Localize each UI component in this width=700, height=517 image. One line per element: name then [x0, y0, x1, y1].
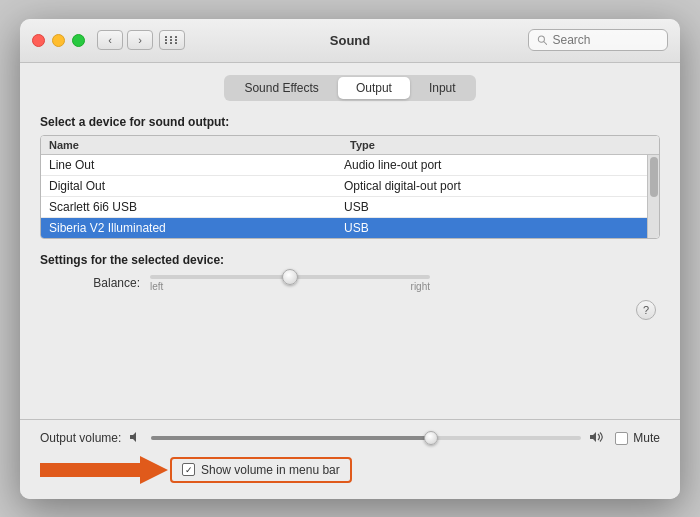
balance-slider-container: left right	[150, 275, 430, 292]
device-section-label: Select a device for sound output:	[40, 115, 660, 129]
volume-fill	[151, 436, 430, 440]
tab-output[interactable]: Output	[338, 77, 410, 99]
search-box[interactable]	[528, 29, 668, 51]
volume-row: Output volume:	[40, 430, 660, 447]
tab-sound-effects[interactable]: Sound Effects	[226, 77, 337, 99]
output-volume-label: Output volume:	[40, 431, 121, 445]
table-rows: Line Out Audio line-out port Digital Out…	[41, 155, 647, 238]
volume-high-icon	[589, 430, 607, 447]
svg-marker-2	[130, 432, 136, 442]
scrollbar-thumb	[650, 157, 658, 197]
bottom-content: Output volume:	[40, 430, 660, 489]
device-type: USB	[344, 200, 639, 214]
svg-point-0	[538, 36, 544, 42]
device-name: Line Out	[49, 158, 344, 172]
window-title: Sound	[330, 33, 370, 48]
show-volume-checkbox[interactable]: ✓	[182, 463, 195, 476]
tab-input[interactable]: Input	[411, 77, 474, 99]
device-type: Optical digital-out port	[344, 179, 639, 193]
right-label: right	[411, 281, 430, 292]
nav-buttons: ‹ ›	[97, 30, 153, 50]
svg-line-1	[544, 42, 547, 45]
traffic-lights	[32, 34, 85, 47]
close-button[interactable]	[32, 34, 45, 47]
balance-slider-thumb[interactable]	[282, 269, 298, 285]
name-header: Name	[49, 139, 350, 151]
tab-bar: Sound Effects Output Input	[40, 75, 660, 101]
balance-slider-track	[150, 275, 430, 279]
device-table: Name Type Line Out Audio line-out port D…	[40, 135, 660, 239]
mute-label: Mute	[633, 431, 660, 445]
settings-label: Settings for the selected device:	[40, 253, 660, 267]
svg-marker-4	[40, 456, 168, 484]
minimize-button[interactable]	[52, 34, 65, 47]
svg-marker-3	[590, 432, 596, 442]
table-row-selected[interactable]: Siberia V2 Illuminated USB	[41, 218, 647, 238]
help-section: ?	[40, 300, 660, 320]
table-row[interactable]: Digital Out Optical digital-out port	[41, 176, 647, 197]
table-scrollbar[interactable]	[647, 155, 659, 238]
table-row[interactable]: Line Out Audio line-out port	[41, 155, 647, 176]
device-name: Siberia V2 Illuminated	[49, 221, 344, 235]
orange-arrow-icon	[40, 451, 170, 489]
help-button[interactable]: ?	[636, 300, 656, 320]
show-volume-checkbox-wrap: ✓ Show volume in menu bar	[170, 457, 352, 483]
grid-button[interactable]	[159, 30, 185, 50]
volume-slider-track	[151, 436, 581, 440]
content-area: Sound Effects Output Input Select a devi…	[20, 63, 680, 419]
device-name: Scarlett 6i6 USB	[49, 200, 344, 214]
maximize-button[interactable]	[72, 34, 85, 47]
type-header: Type	[350, 139, 651, 151]
mute-checkbox-wrap: Mute	[615, 431, 660, 445]
device-name: Digital Out	[49, 179, 344, 193]
settings-section: Settings for the selected device: Balanc…	[40, 253, 660, 292]
back-button[interactable]: ‹	[97, 30, 123, 50]
search-icon	[537, 34, 547, 46]
balance-row: Balance: left right	[80, 275, 660, 292]
back-icon: ‹	[108, 34, 112, 46]
volume-slider-thumb[interactable]	[424, 431, 438, 445]
device-type: USB	[344, 221, 639, 235]
search-input[interactable]	[552, 33, 659, 47]
show-volume-label: Show volume in menu bar	[201, 463, 340, 477]
grid-icon	[165, 36, 179, 44]
bottom-bar: Output volume:	[20, 419, 680, 499]
table-row[interactable]: Scarlett 6i6 USB USB	[41, 197, 647, 218]
titlebar: ‹ › Sound	[20, 19, 680, 63]
mute-checkbox[interactable]	[615, 432, 628, 445]
forward-button[interactable]: ›	[127, 30, 153, 50]
balance-label: Balance:	[80, 276, 140, 290]
table-header: Name Type	[41, 136, 659, 155]
left-label: left	[150, 281, 163, 292]
volume-low-icon	[129, 430, 143, 447]
tab-group: Sound Effects Output Input	[224, 75, 475, 101]
main-window: ‹ › Sound Sound	[20, 19, 680, 499]
forward-icon: ›	[138, 34, 142, 46]
annotation-row: ✓ Show volume in menu bar	[40, 451, 660, 489]
device-type: Audio line-out port	[344, 158, 639, 172]
